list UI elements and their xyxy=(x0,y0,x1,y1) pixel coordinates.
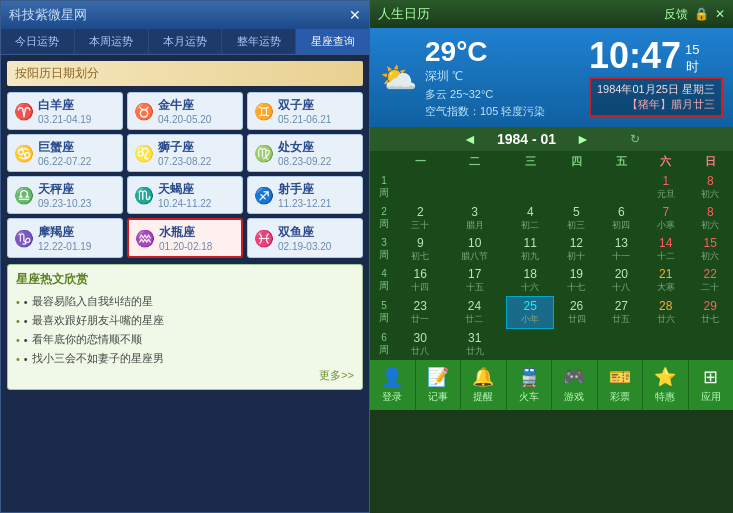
weather-temp: 29°C xyxy=(425,36,545,68)
zodiac-item[interactable]: ♌ 狮子座 07.23-08.22 xyxy=(127,134,243,172)
cal-cell[interactable] xyxy=(644,329,688,360)
cal-cell[interactable]: 20 十八 xyxy=(599,265,643,297)
bottom-nav-item[interactable]: 🎫 彩票 xyxy=(598,360,644,410)
cal-cell[interactable]: 25 小年 xyxy=(507,297,554,329)
more-link[interactable]: 更多>> xyxy=(16,368,354,383)
close-button[interactable]: ✕ xyxy=(349,7,361,23)
cal-cell[interactable]: 19 十七 xyxy=(554,265,600,297)
bottom-nav-item[interactable]: 👤 登录 xyxy=(370,360,416,410)
time-suffix: 15时 xyxy=(685,38,699,76)
zodiac-item[interactable]: ♍ 处女座 08.23-09.22 xyxy=(247,134,363,172)
cal-cell[interactable] xyxy=(599,172,643,203)
bottom-nav-item[interactable]: 🎮 游戏 xyxy=(552,360,598,410)
solar-day: 4 xyxy=(508,205,553,219)
cal-cell[interactable]: 8 初六 xyxy=(688,172,733,203)
cal-cell[interactable]: 1 元旦 xyxy=(644,172,688,203)
lunar-day: 廿九 xyxy=(443,345,505,358)
weekday-tue: 二 xyxy=(442,151,506,172)
cal-cell[interactable]: 9 初七 xyxy=(398,234,442,265)
lunar-day: 初六 xyxy=(689,188,732,201)
bottom-nav-label: 登录 xyxy=(382,390,402,404)
cal-cell[interactable]: 8 初六 xyxy=(688,203,733,234)
bottom-nav-item[interactable]: ⭐ 特惠 xyxy=(643,360,689,410)
zodiac-name: 天秤座 xyxy=(38,181,91,198)
cal-cell[interactable]: 14 十二 xyxy=(644,234,688,265)
cal-cell[interactable] xyxy=(688,329,733,360)
zodiac-name: 狮子座 xyxy=(158,139,211,156)
cal-cell[interactable] xyxy=(507,172,554,203)
cal-cell[interactable]: 3 腊月 xyxy=(442,203,506,234)
left-nav-item[interactable]: 本月运势 xyxy=(149,29,223,54)
zodiac-item[interactable]: ♉ 金牛座 04.20-05.20 xyxy=(127,92,243,130)
hot-item[interactable]: •找小三会不如妻子的星座男 xyxy=(16,349,354,368)
cal-cell[interactable] xyxy=(554,172,600,203)
weather-details-2: 空气指数：105 轻度污染 xyxy=(425,104,545,119)
bottom-nav-label: 火车 xyxy=(519,390,539,404)
cal-cell[interactable]: 6 初四 xyxy=(599,203,643,234)
zodiac-item[interactable]: ♏ 天蝎座 10.24-11.22 xyxy=(127,176,243,214)
cal-cell[interactable]: 18 十六 xyxy=(507,265,554,297)
cal-cell[interactable] xyxy=(442,172,506,203)
left-nav-item[interactable]: 星座查询 xyxy=(296,29,369,54)
zodiac-date: 04.20-05.20 xyxy=(158,114,211,125)
cal-cell[interactable]: 27 廿五 xyxy=(599,297,643,329)
close-right-btn[interactable]: ✕ xyxy=(715,7,725,21)
hot-item[interactable]: •看年底你的恋情顺不顺 xyxy=(16,330,354,349)
zodiac-info: 双子座 05.21-06.21 xyxy=(278,97,331,125)
cal-cell[interactable]: 21 大寒 xyxy=(644,265,688,297)
zodiac-item[interactable]: ♊ 双子座 05.21-06.21 xyxy=(247,92,363,130)
zodiac-info: 水瓶座 01.20-02.18 xyxy=(159,224,212,252)
bottom-nav-icon: 🔔 xyxy=(472,366,494,388)
cal-cell[interactable] xyxy=(507,329,554,360)
cal-cell[interactable]: 28 廿六 xyxy=(644,297,688,329)
cal-cell[interactable]: 29 廿七 xyxy=(688,297,733,329)
bottom-nav-item[interactable]: 🔔 提醒 xyxy=(461,360,507,410)
cal-cell[interactable]: 22 二十 xyxy=(688,265,733,297)
cal-cell[interactable]: 16 十四 xyxy=(398,265,442,297)
cal-cell[interactable]: 5 初三 xyxy=(554,203,600,234)
hot-item[interactable]: •最容易陷入自我纠结的星 xyxy=(16,292,354,311)
cal-cell[interactable]: 12 初十 xyxy=(554,234,600,265)
lunar-empty xyxy=(645,346,687,356)
cal-cell[interactable]: 13 十一 xyxy=(599,234,643,265)
cal-cell[interactable]: 2 三十 xyxy=(398,203,442,234)
hot-item[interactable]: •最喜欢跟好朋友斗嘴的星座 xyxy=(16,311,354,330)
cal-cell[interactable] xyxy=(398,172,442,203)
zodiac-item[interactable]: ♐ 射手座 11.23-12.21 xyxy=(247,176,363,214)
left-nav-item[interactable]: 整年运势 xyxy=(222,29,296,54)
bottom-nav-item[interactable]: ⊞ 应用 xyxy=(689,360,734,410)
zodiac-name: 双鱼座 xyxy=(278,224,331,241)
cal-cell[interactable]: 15 初六 xyxy=(688,234,733,265)
lock-icon[interactable]: 🔒 xyxy=(694,7,709,21)
cal-cell[interactable]: 11 初九 xyxy=(507,234,554,265)
week-label: 1 周 xyxy=(370,172,398,203)
left-nav-item[interactable]: 今日运势 xyxy=(1,29,75,54)
cal-cell[interactable]: 4 初二 xyxy=(507,203,554,234)
lunar-day: 初十 xyxy=(555,250,599,263)
weather-right: 10:47 15时 1984年01月25日 星期三 【猪年】腊月廿三 xyxy=(589,38,723,118)
zodiac-name: 巨蟹座 xyxy=(38,139,91,156)
cal-cell[interactable]: 23 廿一 xyxy=(398,297,442,329)
cal-refresh-btn[interactable]: ↻ xyxy=(630,132,640,146)
cal-cell[interactable] xyxy=(599,329,643,360)
cal-cell[interactable]: 26 廿四 xyxy=(554,297,600,329)
zodiac-item[interactable]: ♒ 水瓶座 01.20-02.18 xyxy=(127,218,243,258)
zodiac-item[interactable]: ♋ 巨蟹座 06.22-07.22 xyxy=(7,134,123,172)
cal-cell[interactable]: 31 廿九 xyxy=(442,329,506,360)
zodiac-item[interactable]: ♑ 摩羯座 12.22-01.19 xyxy=(7,218,123,258)
zodiac-item[interactable]: ♓ 双鱼座 02.19-03.20 xyxy=(247,218,363,258)
cal-cell[interactable]: 17 十五 xyxy=(442,265,506,297)
cal-cell[interactable] xyxy=(554,329,600,360)
cal-cell[interactable]: 24 廿二 xyxy=(442,297,506,329)
left-nav-item[interactable]: 本周运势 xyxy=(75,29,149,54)
cal-cell[interactable]: 10 腊八节 xyxy=(442,234,506,265)
cal-cell[interactable]: 7 小寒 xyxy=(644,203,688,234)
zodiac-item[interactable]: ♎ 天秤座 09.23-10.23 xyxy=(7,176,123,214)
cal-prev-btn[interactable]: ◄ xyxy=(463,131,477,147)
cal-next-btn[interactable]: ► xyxy=(576,131,590,147)
feedback-btn[interactable]: 反馈 xyxy=(664,6,688,23)
bottom-nav-item[interactable]: 📝 记事 xyxy=(416,360,462,410)
zodiac-item[interactable]: ♈ 白羊座 03.21-04.19 xyxy=(7,92,123,130)
cal-cell[interactable]: 30 廿八 xyxy=(398,329,442,360)
bottom-nav-item[interactable]: 🚆 火车 xyxy=(507,360,553,410)
